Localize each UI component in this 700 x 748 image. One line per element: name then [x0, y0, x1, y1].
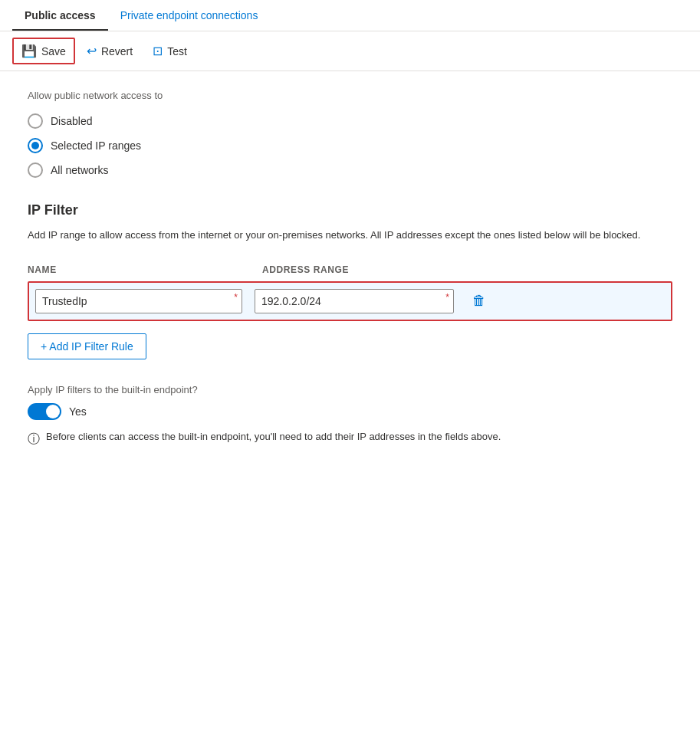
address-range-input[interactable] [255, 289, 454, 313]
radio-disabled[interactable]: Disabled [28, 113, 672, 129]
revert-button[interactable]: ↩ Revert [78, 38, 141, 64]
radio-selected-ip-circle [28, 138, 43, 153]
revert-icon: ↩ [87, 44, 97, 58]
built-in-endpoint-section: Apply IP filters to the built-in endpoin… [28, 384, 672, 448]
main-content: Allow public network access to Disabled … [0, 71, 700, 479]
ip-filter-section: IP Filter Add IP range to allow access f… [28, 202, 672, 359]
radio-disabled-label: Disabled [51, 115, 92, 127]
info-text: Before clients can access the built-in e… [46, 429, 501, 445]
toolbar: 💾 Save ↩ Revert ⊡ Test [0, 31, 700, 71]
ip-filter-title: IP Filter [28, 202, 672, 218]
radio-all-networks[interactable]: All networks [28, 162, 672, 178]
ip-filter-description: Add IP range to allow access from the in… [28, 228, 672, 243]
ip-table-header: NAME ADDRESS RANGE [28, 261, 672, 281]
add-rule-label: + Add IP Filter Rule [41, 340, 133, 353]
test-label: Test [167, 45, 187, 57]
revert-label: Revert [101, 45, 133, 57]
col-header-name: NAME [28, 264, 250, 275]
add-ip-filter-rule-button[interactable]: + Add IP Filter Rule [28, 333, 146, 359]
range-field-wrapper: * [255, 289, 454, 313]
delete-row-button[interactable]: 🗑 [466, 290, 492, 312]
tab-bar: Public access Private endpoint connectio… [0, 0, 700, 31]
ip-filter-table: NAME ADDRESS RANGE * * 🗑 [28, 261, 672, 321]
network-access-radio-group: Disabled Selected IP ranges All networks [28, 113, 672, 178]
toggle-value-label: Yes [69, 405, 87, 418]
tab-private-endpoint[interactable]: Private endpoint connections [108, 0, 271, 31]
built-in-endpoint-toggle[interactable] [28, 403, 61, 420]
radio-all-networks-circle [28, 162, 43, 178]
col-header-address-range: ADDRESS RANGE [262, 264, 477, 275]
info-icon: ⓘ [28, 430, 40, 448]
name-input[interactable] [35, 289, 242, 313]
save-button[interactable]: 💾 Save [12, 38, 75, 64]
name-field-wrapper: * [35, 289, 242, 313]
save-label: Save [41, 45, 66, 57]
name-required-star: * [234, 292, 238, 303]
network-access-label: Allow public network access to [28, 90, 672, 101]
radio-selected-ip[interactable]: Selected IP ranges [28, 138, 672, 153]
tab-public-access[interactable]: Public access [12, 0, 108, 31]
radio-selected-ip-label: Selected IP ranges [51, 139, 141, 152]
radio-all-networks-label: All networks [51, 164, 108, 176]
range-required-star: * [445, 292, 449, 303]
table-row: * * 🗑 [28, 281, 672, 321]
delete-icon: 🗑 [472, 293, 486, 309]
built-in-endpoint-question: Apply IP filters to the built-in endpoin… [28, 384, 672, 395]
info-row: ⓘ Before clients can access the built-in… [28, 429, 672, 448]
save-icon: 💾 [21, 44, 37, 58]
radio-disabled-circle [28, 113, 43, 129]
toggle-row: Yes [28, 403, 672, 420]
test-button[interactable]: ⊡ Test [144, 38, 196, 64]
test-icon: ⊡ [153, 44, 163, 58]
